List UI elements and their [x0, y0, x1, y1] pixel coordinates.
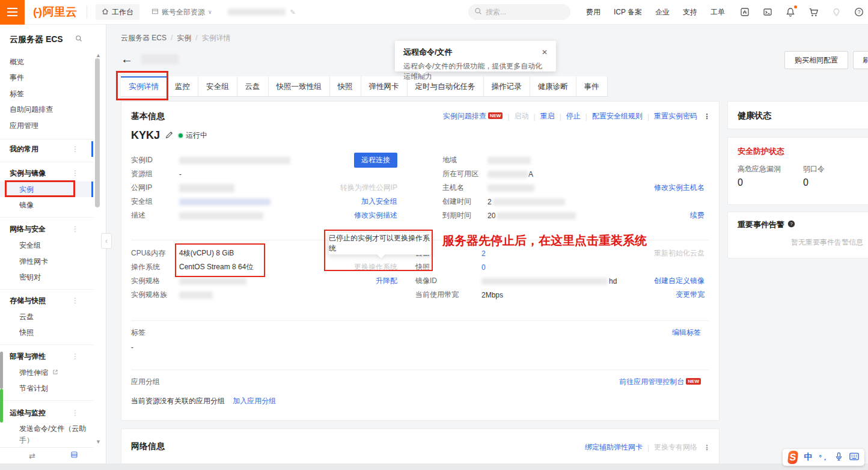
sidebar-item-cloud-assistant-cut[interactable]: 手） [0, 436, 93, 444]
tab-instance-detail[interactable]: 实例详情 [121, 76, 167, 96]
troubleshoot-link[interactable]: 实例问题排查NEW [443, 111, 503, 121]
sidebar-group-storage-snapshots[interactable]: 存储与快照 ⋮ [0, 293, 93, 308]
sidebar-group-network-security[interactable]: 网络与安全 ⋮ [0, 221, 93, 237]
ime-toolbar[interactable]: S 中 °， [783, 449, 864, 466]
cloud-shell-icon[interactable] [762, 7, 773, 17]
more-icon[interactable]: ⋮ [72, 349, 79, 364]
sidebar-item-self-troubleshoot[interactable]: 自助问题排查 [0, 102, 93, 117]
more-actions-icon[interactable]: ⋮ [703, 444, 711, 452]
restart-link[interactable]: 重启 [540, 111, 555, 121]
help-icon[interactable]: ? [854, 7, 864, 17]
sidebar-item-overview[interactable]: 概览 [0, 54, 93, 70]
sidebar-item-auto-scaling[interactable]: 弹性伸缩 [0, 365, 93, 380]
ime-punctuation-toggle[interactable]: °， [819, 453, 828, 462]
snapshot-count-link[interactable]: 0 [481, 263, 486, 272]
sidebar-item-images[interactable]: 镜像 [0, 197, 93, 213]
change-bandwidth-link[interactable]: 变更带宽 [676, 290, 704, 300]
ime-mode-chinese[interactable]: 中 [804, 452, 813, 463]
lightbulb-icon[interactable] [831, 7, 842, 17]
sidebar-group-favorites[interactable]: 我的常用 ⋮ [0, 141, 93, 157]
topbar-link-billing[interactable]: 费用 [586, 7, 601, 17]
sidebar-item-app-management[interactable]: 应用管理 [0, 118, 93, 133]
sidebar-item-events[interactable]: 事件 [0, 70, 93, 85]
renew-link[interactable]: 续费 [690, 210, 704, 221]
tab-snapshot-consistency-groups[interactable]: 快照一致性组 [269, 76, 330, 96]
more-icon[interactable]: ⋮ [72, 141, 79, 157]
join-app-group-link[interactable]: 加入应用分组 [233, 397, 276, 405]
tab-events[interactable]: 事件 [576, 76, 608, 96]
scroll-down-icon[interactable]: ▼ [96, 439, 101, 445]
panel-toggle-icon[interactable] [70, 451, 78, 460]
breadcrumb-ecs[interactable]: 云服务器 ECS [121, 34, 167, 42]
sidebar-item-eni[interactable]: 弹性网卡 [0, 254, 93, 269]
modify-hostname-link[interactable]: 修改实例主机名 [654, 183, 704, 193]
sidebar-item-security-groups[interactable]: 安全组 [0, 237, 93, 253]
goto-app-console-link[interactable]: 前往应用管理控制台NEW [619, 377, 701, 387]
tab-disks[interactable]: 云盘 [237, 76, 269, 96]
aliyun-logo[interactable]: (-) 阿里云 [33, 4, 77, 20]
microphone-icon[interactable] [835, 452, 843, 463]
tab-snapshots[interactable]: 快照 [330, 76, 361, 96]
search-input[interactable] [486, 8, 558, 16]
notifications-bell-icon[interactable] [785, 7, 796, 17]
scroll-up-icon[interactable]: ▲ [96, 52, 101, 58]
tab-eni[interactable]: 弹性网卡 [361, 76, 408, 96]
upgrade-downgrade-link[interactable]: 升降配 [376, 276, 397, 286]
cart-icon[interactable] [808, 7, 819, 17]
sidebar-item-cloud-assistant[interactable]: 发送命令/文件（云助 [0, 421, 93, 436]
sidebar-item-tags[interactable]: 标签 [0, 86, 93, 102]
breadcrumb-instances[interactable]: 实例 [177, 34, 191, 42]
change-vpc-link[interactable]: 更换专有网络 [654, 442, 697, 453]
reinit-disk-link[interactable]: 重新初始化云盘 [654, 248, 704, 258]
more-icon[interactable]: ⋮ [72, 293, 79, 308]
sidebar-item-snapshots[interactable]: 快照 [0, 325, 93, 340]
keyboard-icon[interactable] [849, 453, 859, 462]
tab-security-groups[interactable]: 安全组 [198, 76, 237, 96]
topbar-link-enterprise[interactable]: 企业 [655, 7, 670, 17]
close-icon[interactable]: ✕ [542, 48, 548, 56]
swap-arrows-icon[interactable]: ⇄ [29, 451, 35, 460]
join-security-group-link[interactable]: 加入安全组 [361, 197, 397, 207]
change-os-link[interactable]: 更换操作系统 [354, 262, 397, 272]
sidebar-item-disks[interactable]: 云盘 [0, 309, 93, 325]
start-link[interactable]: 启动 [515, 111, 529, 121]
create-custom-image-link[interactable]: 创建自定义镜像 [654, 276, 704, 286]
refresh-button[interactable]: 刷新 [853, 51, 868, 69]
topbar-link-tickets[interactable]: 工单 [711, 7, 725, 17]
sidebar-item-instances[interactable]: 实例 [0, 182, 93, 197]
disk-count-link[interactable]: 2 [481, 249, 486, 258]
reset-password-link[interactable]: 重置实例密码 [654, 111, 697, 121]
sidebar-item-keypairs[interactable]: 密钥对 [0, 269, 93, 285]
sidebar-item-savings-plan[interactable]: 节省计划 [0, 380, 93, 396]
sidebar-scrollbar[interactable] [95, 58, 100, 207]
sidebar-group-ops-monitoring[interactable]: 运维与监控 ⋮ [0, 405, 93, 421]
sidebar-search-icon[interactable] [75, 35, 82, 44]
tab-monitoring[interactable]: 监控 [167, 76, 198, 96]
more-icon[interactable]: ⋮ [72, 165, 79, 181]
back-arrow-icon[interactable]: ← [121, 53, 133, 65]
more-icon[interactable]: ⋮ [72, 405, 79, 421]
global-search[interactable] [468, 4, 570, 20]
bind-secondary-eni-link[interactable]: 绑定辅助弹性网卡 [585, 442, 643, 453]
modify-description-link[interactable]: 修改实例描述 [354, 210, 397, 221]
stop-link[interactable]: 停止 [566, 111, 581, 121]
configure-sg-rules-link[interactable]: 配置安全组规则 [592, 111, 643, 121]
question-icon[interactable]: ? [787, 220, 795, 230]
sidebar-group-instances-images[interactable]: 实例与镜像 ⋮ [0, 165, 93, 181]
edge-scroll-thumb[interactable] [0, 389, 3, 423]
sidebar-group-deploy-elasticity[interactable]: 部署与弹性 ⋮ [0, 349, 93, 364]
hamburger-menu-button[interactable] [0, 0, 25, 25]
account-scope-dropdown[interactable]: 账号全部资源 ∨ [151, 7, 212, 17]
workbench-button[interactable]: 工作台 [96, 4, 139, 20]
edit-name-pencil-icon[interactable] [165, 131, 173, 141]
sidebar-collapse-handle[interactable]: ‹ [101, 233, 112, 249]
topbar-link-icp[interactable]: ICP 备案 [614, 7, 642, 17]
buy-same-config-button[interactable]: 购买相同配置 [784, 51, 848, 69]
convert-to-eip-link[interactable]: 转换为弹性公网IP [340, 183, 397, 193]
edit-pencil-icon[interactable]: ✎ [290, 8, 296, 16]
more-actions-icon[interactable]: ⋮ [703, 112, 711, 121]
topbar-link-support[interactable]: 支持 [683, 7, 697, 17]
more-icon[interactable]: ⋮ [72, 221, 79, 237]
vuln-value[interactable]: 0 [738, 177, 743, 188]
remote-connect-button[interactable]: 远程连接 [354, 153, 397, 168]
